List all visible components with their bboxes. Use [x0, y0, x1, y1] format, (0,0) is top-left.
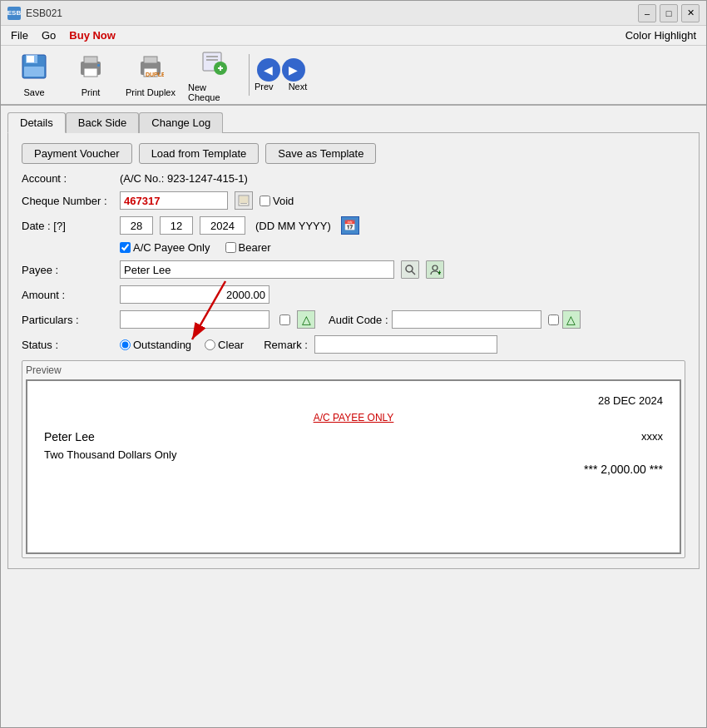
tab-details[interactable]: Details — [7, 112, 66, 133]
minimize-button[interactable]: – — [638, 4, 656, 22]
particulars-input[interactable] — [120, 310, 269, 329]
particulars-checkbox[interactable] — [279, 314, 290, 325]
close-button[interactable]: ✕ — [681, 4, 700, 22]
toolbar: Save Print DUPLEX — [1, 46, 706, 106]
date-yyyy-input[interactable] — [200, 216, 245, 235]
cheque-amount-row: *** 2,000.00 *** — [44, 463, 663, 476]
print-duplex-label: Print Duplex — [126, 87, 176, 97]
date-mm-input[interactable] — [160, 216, 193, 235]
amount-input[interactable] — [120, 285, 269, 304]
status-clear-label[interactable]: Clear — [205, 339, 244, 351]
svg-rect-19 — [240, 196, 248, 203]
save-as-template-button[interactable]: Save as Template — [265, 143, 376, 164]
svg-rect-6 — [84, 68, 97, 77]
void-checkbox-label[interactable]: Void — [260, 195, 294, 207]
ac-payee-only-label[interactable]: A/C Payee Only — [120, 241, 210, 254]
save-label: Save — [23, 87, 44, 97]
cheque-amount-numbers: *** 2,000.00 *** — [584, 463, 663, 476]
payee-input[interactable] — [120, 260, 394, 279]
status-outstanding-label[interactable]: Outstanding — [120, 339, 191, 351]
void-checkbox[interactable] — [260, 196, 270, 206]
bearer-checkbox[interactable] — [225, 242, 236, 253]
cheque-words: Two Thousand Dollars Only — [44, 448, 176, 461]
audit-add-button[interactable]: △ — [562, 310, 581, 329]
new-cheque-button[interactable]: New Cheque — [184, 50, 244, 100]
next-label: Next — [289, 82, 308, 92]
tab-back-side[interactable]: Back Side — [66, 112, 140, 133]
menu-buy-now[interactable]: Buy Now — [62, 27, 122, 43]
audit-code-input[interactable] — [392, 310, 541, 329]
window-title: ESB021 — [26, 7, 638, 19]
menu-file[interactable]: File — [4, 27, 35, 43]
nav-group: ◀ ▶ Prev Next — [255, 58, 307, 92]
date-format-label: (DD MM YYYY) — [255, 220, 331, 232]
app-icon: ESB — [7, 7, 21, 20]
main-window: ESB ESB021 – □ ✕ File Go Buy Now Color H… — [0, 0, 707, 728]
color-highlight[interactable]: Color Highlight — [625, 29, 703, 42]
status-outstanding-radio[interactable] — [120, 339, 131, 350]
tab-change-log[interactable]: Change Log — [139, 112, 223, 133]
svg-rect-13 — [206, 56, 218, 57]
ac-payee-only-checkbox[interactable] — [120, 242, 131, 253]
date-row: Date : [?] (DD MM YYYY) 📅 — [22, 216, 685, 235]
bearer-text: Bearer — [239, 241, 271, 254]
svg-text:DUPLEX: DUPLEX — [146, 72, 164, 77]
status-row: Status : Outstanding Clear Remark : — [22, 335, 685, 354]
audit-checkbox[interactable] — [548, 314, 559, 325]
cheque-number-input[interactable] — [120, 191, 228, 210]
print-duplex-button[interactable]: DUPLEX Print Duplex — [121, 50, 180, 100]
particulars-label: Particulars : — [22, 314, 113, 326]
date-dd-input[interactable] — [120, 216, 153, 235]
next-button[interactable]: ▶ — [282, 58, 305, 82]
svg-rect-2 — [27, 56, 34, 62]
status-outstanding-text: Outstanding — [133, 339, 191, 351]
action-buttons: Payment Voucher Load from Template Save … — [22, 143, 685, 164]
payee-label: Payee : — [22, 264, 113, 276]
svg-rect-14 — [206, 59, 218, 61]
cheque-payee-name: Peter Lee — [44, 430, 95, 443]
load-from-template-button[interactable]: Load from Template — [139, 143, 260, 164]
particulars-add-button[interactable]: △ — [297, 310, 315, 329]
details-panel: Payment Voucher Load from Template Save … — [7, 132, 700, 569]
audit-section: Audit Code : △ — [329, 310, 581, 329]
payee-add-button[interactable]: + — [426, 260, 444, 279]
menubar: File Go Buy Now Color Highlight — [1, 26, 706, 46]
save-button[interactable]: Save — [7, 50, 61, 100]
ac-payee-only-text: A/C Payee Only — [133, 241, 210, 254]
audit-code-label: Audit Code : — [329, 314, 388, 326]
new-cheque-label: New Cheque — [188, 82, 240, 102]
svg-rect-3 — [24, 67, 44, 77]
cheque-number-label: Cheque Number : — [22, 195, 113, 207]
svg-line-22 — [412, 271, 415, 275]
nav-labels: Prev Next — [255, 82, 307, 92]
cheque-ac-payee-only: A/C PAYEE ONLY — [44, 412, 663, 423]
svg-text:+: + — [438, 269, 441, 275]
bearer-label[interactable]: Bearer — [225, 241, 271, 254]
menu-go[interactable]: Go — [35, 27, 62, 43]
prev-button[interactable]: ◀ — [257, 58, 280, 82]
remark-input[interactable] — [314, 335, 497, 354]
cheque-payee-row: Peter Lee xxxx — [44, 430, 663, 443]
svg-rect-5 — [84, 57, 97, 63]
cheque-edit-button[interactable] — [235, 191, 253, 210]
particulars-row: Particulars : △ Audit Code : △ — [22, 310, 685, 329]
remark-label: Remark : — [264, 339, 308, 351]
preview-section: Preview 28 DEC 2024 A/C PAYEE ONLY Peter… — [22, 360, 685, 558]
amount-row: Amount : — [22, 285, 685, 304]
account-row: Account : (A/C No.: 923-1247-415-1) — [22, 172, 685, 185]
maximize-button[interactable]: □ — [660, 4, 678, 22]
status-clear-radio[interactable] — [205, 339, 215, 350]
svg-point-21 — [406, 265, 413, 272]
tabs: Details Back Side Change Log — [7, 112, 700, 133]
toolbar-sep — [249, 54, 250, 96]
nav-arrows: ◀ ▶ — [257, 58, 305, 82]
print-button[interactable]: Print — [64, 50, 117, 100]
void-label: Void — [273, 195, 294, 207]
calendar-button[interactable]: 📅 — [341, 216, 359, 235]
payee-search-button[interactable] — [401, 260, 419, 279]
status-clear-text: Clear — [218, 339, 244, 351]
window-controls: – □ ✕ — [638, 4, 700, 22]
cheque-number-row: Cheque Number : Void — [22, 191, 685, 210]
cheque-preview: 28 DEC 2024 A/C PAYEE ONLY Peter Lee xxx… — [26, 379, 681, 554]
payment-voucher-button[interactable]: Payment Voucher — [22, 143, 132, 164]
